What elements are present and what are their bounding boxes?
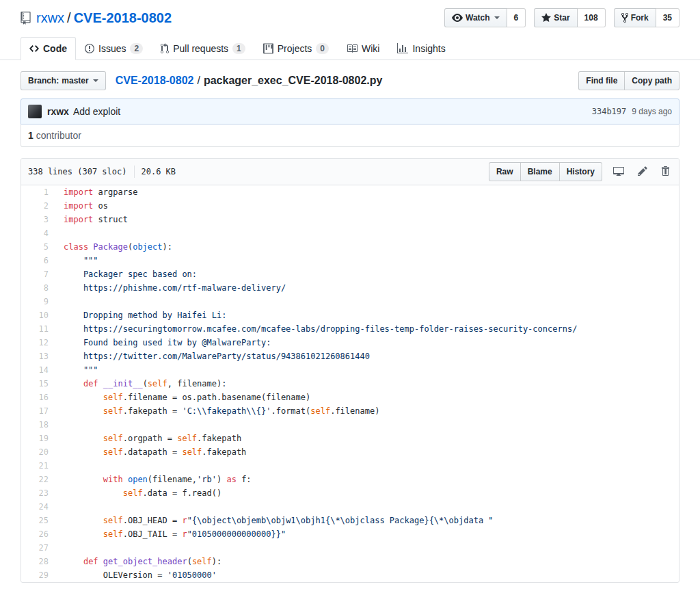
line-number[interactable]: 12: [21, 336, 55, 350]
code-line-content: self.orgpath = self.fakepath: [55, 432, 241, 445]
tab-insights-label: Insights: [412, 43, 445, 54]
line-number[interactable]: 14: [21, 363, 55, 377]
tab-wiki[interactable]: Wiki: [338, 37, 388, 60]
line-number[interactable]: 27: [21, 541, 55, 555]
line-number[interactable]: 6: [21, 254, 55, 267]
copy-path-button[interactable]: Copy path: [624, 71, 679, 90]
line-number[interactable]: 13: [21, 350, 55, 363]
file-nav-actions: Find file Copy path: [578, 71, 679, 90]
history-button[interactable]: History: [559, 162, 602, 181]
raw-button[interactable]: Raw: [489, 162, 521, 181]
fork-count[interactable]: 35: [656, 8, 679, 27]
code-line: 23 self.data = f.read(): [21, 486, 679, 500]
line-number[interactable]: 9: [21, 295, 55, 308]
breadcrumb: CVE-2018-0802 / packager_exec_CVE-2018-0…: [116, 75, 579, 87]
code-line-content: import argparse: [55, 185, 137, 199]
code-line: 7 Packager spec based on:: [21, 267, 679, 281]
line-number[interactable]: 29: [21, 568, 55, 582]
repo-owner-link[interactable]: rxwx: [36, 10, 64, 26]
line-number[interactable]: 15: [21, 377, 55, 391]
code-line: 1import argparse: [21, 185, 679, 199]
line-number[interactable]: 25: [21, 514, 55, 527]
star-button-label: Star: [554, 11, 569, 25]
graph-icon: [397, 43, 408, 54]
code-line-content: [55, 418, 64, 432]
line-number[interactable]: 21: [21, 459, 55, 473]
code-line-content: """: [55, 363, 98, 377]
line-number[interactable]: 17: [21, 404, 55, 418]
branch-select-button[interactable]: Branch: master: [21, 71, 106, 90]
line-number[interactable]: 5: [21, 240, 55, 254]
breadcrumb-file-name: packager_exec_CVE-2018-0802.py: [204, 75, 383, 87]
code-line-content: https://twitter.com/MalwareParty/status/…: [55, 350, 370, 363]
breadcrumb-repo-link[interactable]: CVE-2018-0802: [116, 75, 194, 87]
branch-label: Branch:: [28, 74, 59, 88]
commit-sha-link[interactable]: 334b197: [592, 107, 627, 116]
contributors-link[interactable]: 1 contributor: [28, 130, 81, 141]
avatar[interactable]: [28, 105, 42, 118]
code-line: 24: [21, 500, 679, 514]
star-count[interactable]: 108: [578, 8, 606, 27]
line-number[interactable]: 23: [21, 486, 55, 500]
code-line: 10 Dropping method by Haifei Li:: [21, 308, 679, 322]
repo-path-divider: /: [67, 10, 71, 26]
line-number[interactable]: 24: [21, 500, 55, 514]
repo-icon: [21, 12, 31, 25]
edit-file-button[interactable]: [635, 163, 650, 181]
desktop-icon: [613, 166, 624, 179]
code-line: 29 OLEVersion = '01050000': [21, 568, 679, 582]
watch-button[interactable]: Watch: [444, 8, 507, 27]
caret-down-icon: [93, 79, 98, 85]
line-number[interactable]: 19: [21, 432, 55, 445]
line-number[interactable]: 1: [21, 185, 55, 199]
line-number[interactable]: 26: [21, 527, 55, 541]
code-line: 13 https://twitter.com/MalwareParty/stat…: [21, 350, 679, 363]
open-in-desktop-button[interactable]: [610, 163, 627, 181]
branch-name: master: [62, 74, 88, 88]
line-number[interactable]: 11: [21, 322, 55, 336]
star-button[interactable]: Star: [534, 8, 577, 27]
watch-count[interactable]: 6: [507, 8, 526, 27]
tab-wiki-label: Wiki: [362, 43, 379, 54]
line-number[interactable]: 18: [21, 418, 55, 432]
tab-projects[interactable]: Projects 0: [254, 37, 338, 60]
commit-message-link[interactable]: Add exploit: [73, 106, 120, 117]
line-number[interactable]: 16: [21, 391, 55, 404]
commit-author-link[interactable]: rxwx: [47, 106, 69, 117]
line-number[interactable]: 28: [21, 555, 55, 568]
line-number[interactable]: 4: [21, 226, 55, 240]
line-number[interactable]: 22: [21, 473, 55, 486]
tab-issues[interactable]: Issues 2: [76, 37, 152, 60]
code-line: 4: [21, 226, 679, 240]
tab-insights[interactable]: Insights: [388, 37, 454, 60]
code-line-content: import struct: [55, 213, 128, 226]
code-line-content: def get_object_header(self):: [55, 555, 221, 568]
repo-header: rxwx / CVE-2018-0802 Watch 6: [0, 0, 700, 60]
delete-file-button[interactable]: [658, 163, 672, 181]
code-line-content: https://securingtomorrow.mcafee.com/mcaf…: [55, 322, 577, 336]
code-line-content: OLEVersion = '01050000': [55, 568, 217, 582]
file-view-buttons: Raw Blame History: [489, 162, 602, 181]
line-number[interactable]: 10: [21, 308, 55, 322]
caret-down-icon: [494, 16, 500, 22]
code-line-content: """: [55, 254, 98, 267]
code-line: 21: [21, 459, 679, 473]
pull-request-icon: [161, 43, 169, 54]
code-line: 27: [21, 541, 679, 555]
file-info: 338 lines (307 sloc) 20.6 KB: [28, 166, 176, 178]
trash-icon: [661, 166, 669, 179]
contributors-bar: 1 contributor: [21, 124, 679, 147]
line-number[interactable]: 2: [21, 199, 55, 213]
tab-code[interactable]: Code: [21, 37, 76, 60]
code-line: 15 def __init__(self, filename):: [21, 377, 679, 391]
line-number[interactable]: 7: [21, 267, 55, 281]
line-number[interactable]: 3: [21, 213, 55, 226]
repo-name-link[interactable]: CVE-2018-0802: [74, 10, 172, 26]
blame-button[interactable]: Blame: [520, 162, 560, 181]
tab-pull-requests[interactable]: Pull requests 1: [152, 37, 254, 60]
line-number[interactable]: 8: [21, 281, 55, 295]
find-file-button[interactable]: Find file: [578, 71, 625, 90]
line-number[interactable]: 20: [21, 445, 55, 459]
fork-button[interactable]: Fork: [614, 8, 656, 27]
code-line-content: self.OBJ_TAIL = r"0105000000000000}}": [55, 527, 286, 541]
